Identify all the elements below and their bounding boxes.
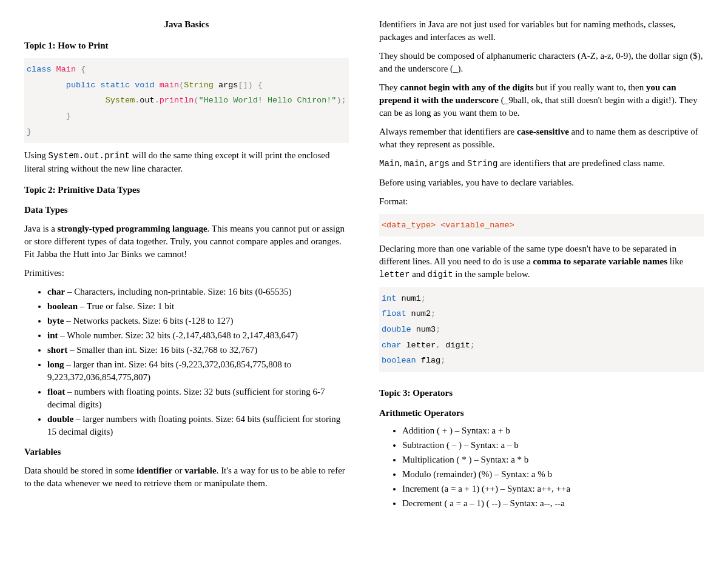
- list-item: Multiplication ( * ) – Syntax: a * b: [402, 453, 704, 466]
- brace: {: [76, 65, 86, 74]
- placeholder: <variable_name>: [440, 221, 514, 230]
- list-item: char – Characters, including non-printab…: [47, 286, 349, 298]
- list-item: long – larger than int. Size: 64 bits (-…: [47, 358, 349, 384]
- txt: They: [379, 82, 400, 92]
- prim-desc: – Characters, including non-printable. S…: [65, 287, 291, 296]
- list-item: int – Whole number. Size: 32 bits (-2,14…: [47, 329, 349, 342]
- txt: like: [667, 256, 683, 266]
- var: letter: [401, 341, 436, 350]
- semi: ;: [440, 356, 445, 365]
- list-item: short – Smaller than int. Size: 16 bits …: [47, 344, 349, 356]
- var: num2: [406, 309, 431, 318]
- brace: }: [27, 127, 32, 136]
- prim-name: boolean: [47, 301, 78, 311]
- code-block-hello: class Main { public static void main(Str…: [24, 58, 349, 143]
- fn-println: println: [160, 96, 194, 105]
- brace: }: [66, 112, 71, 121]
- txt: Java is a: [24, 224, 58, 233]
- prim-name: int: [47, 330, 58, 340]
- prim-desc: – Smaller than int. Size: 16 bits (-32,7…: [67, 345, 257, 355]
- inline-code: letter: [379, 270, 410, 279]
- semi: ;: [421, 294, 426, 303]
- para-predefined: Main, main, args and String are identifi…: [379, 157, 704, 170]
- para-comma: Declaring more than one variable of the …: [379, 243, 704, 281]
- txt: are identifiers that are predefined clas…: [497, 158, 665, 168]
- code-block-declarations: int num1; float num2; double num3; char …: [379, 287, 704, 372]
- prim-name: double: [47, 414, 73, 424]
- kw: int: [382, 294, 396, 303]
- para-format-label: Format:: [379, 195, 704, 208]
- primitives-list: char – Characters, including non-printab…: [24, 286, 349, 438]
- prim-name: float: [47, 387, 65, 396]
- operators-list: Addition ( + ) – Syntax: a + b Subtracti…: [379, 424, 704, 510]
- prim-desc: – Networks packets. Size: 6 bits (-128 t…: [64, 316, 234, 326]
- prim-desc: – larger numbers with floating points. S…: [47, 414, 340, 437]
- bold: comma to separate variable names: [533, 256, 667, 266]
- para-primitives-label: Primitives:: [24, 267, 349, 279]
- txt: Always remember that identifiers are: [379, 127, 517, 136]
- placeholder: <data_type>: [382, 221, 436, 230]
- para-case: Always remember that identifiers are cas…: [379, 125, 704, 151]
- kw: double: [382, 325, 411, 334]
- list-item: float – numbers with floating points. Si…: [47, 386, 349, 411]
- para-charset: They should be composed of alphanumeric …: [379, 50, 704, 75]
- txt: Using: [24, 150, 49, 160]
- list-item: Addition ( + ) – Syntax: a + b: [402, 424, 704, 437]
- prim-desc: – Whole number. Size: 32 bits (-2,147,48…: [58, 330, 298, 340]
- semi: ;: [470, 341, 475, 350]
- fn-main: main: [155, 81, 180, 90]
- txt: but if you really want to, then: [534, 82, 646, 92]
- sub-datatypes: Data Types: [24, 204, 349, 216]
- kw: float: [382, 309, 406, 318]
- paren: ): [336, 96, 341, 105]
- topic3-heading: Topic 3: Operators: [379, 387, 704, 400]
- bold: variable: [184, 466, 217, 475]
- topic1-para: Using System.out.print will do the same …: [24, 149, 349, 175]
- arg-args: args: [214, 81, 238, 90]
- txt: in the sample below.: [453, 269, 530, 279]
- semi: ;: [342, 96, 346, 105]
- para-digits: They cannot begin with any of the digits…: [379, 81, 704, 119]
- kw: char: [382, 341, 401, 350]
- para-declare: Before using variables, you have to decl…: [379, 176, 704, 189]
- inline-code: String: [467, 159, 497, 169]
- cls-system: System: [106, 96, 135, 105]
- list-item: double – larger numbers with floating po…: [47, 413, 349, 438]
- bold: strongly-typed programming language: [58, 224, 207, 233]
- txt: or: [172, 466, 184, 475]
- inline-code: Main: [379, 159, 400, 169]
- brace: {: [253, 81, 263, 90]
- brackets: []): [238, 81, 252, 90]
- bold: case-sensitive: [517, 127, 569, 136]
- topic2-heading: Topic 2: Primitive Data Types: [24, 184, 349, 196]
- kw-class: class: [27, 65, 52, 74]
- inline-code: digit: [428, 270, 453, 279]
- para-identifier: Data should be stored in some identifier…: [24, 464, 349, 490]
- semi: ;: [436, 325, 440, 334]
- para-identifiers-uses: Identifiers in Java are not just used fo…: [379, 18, 704, 44]
- para-strongly-typed: Java is a strongly-typed programming lan…: [24, 222, 349, 261]
- prim-desc: – numbers with floating points. Size: 32…: [47, 387, 325, 409]
- code-block-format: <data_type> <variable_name>: [379, 214, 704, 237]
- var: num1: [396, 294, 421, 303]
- prim-name: long: [47, 360, 64, 369]
- txt: Data should be stored in some: [24, 466, 136, 475]
- dot: .: [155, 96, 160, 105]
- sub-arithmetic: Arithmetic Operators: [379, 407, 704, 420]
- topic1-heading: Topic 1: How to Print: [24, 39, 349, 52]
- list-item: Increment (a = a + 1) (++) – Syntax: a++…: [402, 483, 704, 495]
- kw: boolean: [382, 356, 416, 365]
- var: digit: [440, 341, 470, 350]
- list-item: Modulo (remainder) (%) – Syntax: a % b: [402, 468, 704, 481]
- semi: ;: [431, 309, 436, 318]
- list-item: Subtraction ( – ) – Syntax: a – b: [402, 439, 704, 452]
- prim-name: short: [47, 345, 67, 355]
- list-item: boolean – True or false. Size: 1 bit: [47, 300, 349, 313]
- var: flag: [416, 356, 441, 365]
- list-item: byte – Networks packets. Size: 6 bits (-…: [47, 315, 349, 327]
- txt: ,: [400, 158, 405, 168]
- prim-name: char: [47, 287, 65, 296]
- inline-code: System.out.print: [49, 151, 130, 161]
- prim-desc: – True or false. Size: 1 bit: [78, 301, 174, 311]
- kw-public: public: [66, 81, 96, 90]
